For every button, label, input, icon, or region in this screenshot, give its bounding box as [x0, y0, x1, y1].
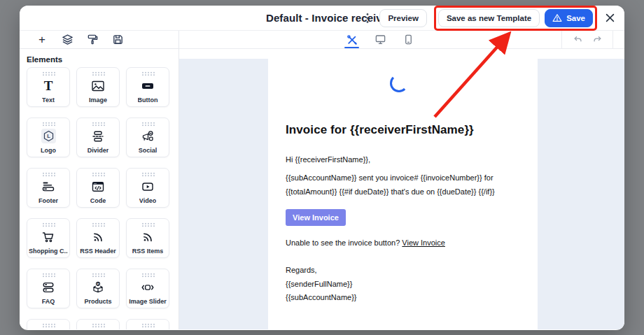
image-slider-icon [141, 279, 155, 295]
sidebar-toolbar: + [20, 31, 178, 49]
svg-text:L: L [47, 133, 50, 139]
history-controls [561, 31, 613, 48]
divider-icon [91, 128, 105, 144]
element-card-video[interactable]: Video [126, 168, 169, 208]
design-tools-icon[interactable] [346, 31, 358, 48]
logo-icon: L [41, 128, 56, 144]
email-subaccount[interactable]: {{subAccountName}} [286, 293, 357, 301]
view-invoice-button[interactable]: View Invoice [286, 209, 346, 226]
element-card-footer[interactable]: Footer [27, 168, 70, 208]
email-sender[interactable]: {{senderFullName}} [286, 280, 352, 288]
drag-handle-icon [42, 323, 55, 328]
email-heading[interactable]: Invoice for {{receiverFirstName}} [286, 123, 474, 137]
warning-triangle-icon [552, 13, 562, 22]
footer-icon [41, 178, 55, 194]
element-card-social[interactable]: Social [126, 117, 169, 157]
video-icon [141, 178, 155, 194]
view-switcher [346, 31, 414, 48]
email-body-text[interactable]: {{subAccountName}} sent you invoice# {{i… [286, 171, 528, 199]
preview-button[interactable]: Preview [379, 9, 426, 27]
element-card-faq[interactable]: FAQ [27, 269, 70, 308]
header-actions: Preview Save as new Template Save [363, 6, 615, 30]
element-card-products[interactable]: $ Products [76, 269, 120, 308]
paint-roller-icon[interactable] [85, 33, 99, 47]
undo-icon[interactable] [571, 34, 582, 45]
drag-handle-icon [92, 323, 105, 328]
drag-handle-icon [141, 71, 155, 76]
save-button[interactable]: Save [545, 9, 593, 27]
element-card-button[interactable]: Button [126, 67, 169, 107]
rss-icon [91, 229, 105, 245]
email-fallback-line[interactable]: Unable to see the invoice button? View I… [286, 238, 445, 247]
element-card-image[interactable]: Image [76, 67, 120, 107]
element-card-code[interactable]: Code [76, 168, 120, 208]
drag-handle-icon [141, 222, 155, 227]
social-icon [141, 128, 155, 144]
element-card-logo[interactable]: L Logo [27, 117, 70, 157]
element-card-image-slider[interactable]: Image Slider [126, 269, 169, 308]
email-preview: Invoice for {{receiverFirstName}} Hi {{r… [268, 59, 538, 329]
canvas-toolbar [179, 31, 624, 49]
mobile-view-icon[interactable] [402, 31, 414, 48]
editor-canvas: Invoice for {{receiverFirstName}} Hi {{r… [179, 31, 624, 329]
close-icon[interactable] [604, 13, 615, 24]
drag-handle-icon [92, 122, 105, 127]
element-card-rss-header[interactable]: RSS Header [76, 218, 120, 258]
add-icon[interactable]: + [35, 33, 49, 47]
desktop-view-icon[interactable] [374, 31, 386, 48]
text-icon: T [44, 78, 53, 94]
drag-handle-icon [42, 71, 55, 76]
kebab-menu-icon[interactable] [363, 12, 372, 24]
drag-handle-icon [141, 172, 155, 177]
drag-handle-icon [141, 273, 155, 278]
layers-icon[interactable] [60, 33, 74, 47]
element-card-shopping-cart[interactable]: Shopping C... [27, 218, 70, 258]
drag-handle-icon [42, 222, 55, 227]
drag-handle-icon [141, 122, 155, 127]
svg-text:$: $ [97, 282, 99, 285]
drag-handle-icon [92, 273, 105, 278]
drag-handle-icon [92, 71, 105, 76]
button-icon [141, 78, 155, 94]
faq-icon [41, 279, 55, 295]
element-card-text[interactable]: T Text [27, 67, 70, 107]
save-disk-icon[interactable] [111, 33, 125, 47]
editor-header: Default - Invoice received Preview Save … [20, 6, 624, 31]
email-greeting[interactable]: Hi {{receiverFirstName}}, [286, 155, 370, 164]
view-invoice-link[interactable]: View Invoice [402, 238, 445, 247]
annotation-highlight-box: Save as new Template Save [434, 6, 597, 31]
loading-spinner-icon [390, 74, 408, 92]
element-card-partial[interactable] [27, 319, 70, 329]
elements-sidebar: + [20, 31, 179, 329]
template-editor-modal: Default - Invoice received Preview Save … [20, 6, 624, 330]
elements-heading: Elements [27, 55, 178, 64]
save-as-new-template-button[interactable]: Save as new Template [438, 9, 540, 27]
shopping-cart-icon [41, 229, 55, 245]
email-regards[interactable]: Regards, [286, 266, 317, 274]
drag-handle-icon [141, 323, 155, 328]
elements-grid: T Text Image [27, 67, 178, 329]
element-card-rss-items[interactable]: RSS Items [126, 218, 169, 258]
canvas-background: Invoice for {{receiverFirstName}} Hi {{r… [179, 59, 624, 329]
drag-handle-icon [92, 222, 105, 227]
drag-handle-icon [42, 273, 55, 278]
element-card-divider[interactable]: Divider [76, 117, 120, 157]
products-icon: $ [91, 279, 105, 295]
drag-handle-icon [92, 172, 105, 177]
rss-icon [141, 229, 155, 245]
element-card-partial[interactable] [126, 319, 169, 329]
code-icon [91, 178, 105, 194]
drag-handle-icon [42, 172, 55, 177]
drag-handle-icon [42, 122, 55, 127]
redo-icon[interactable] [592, 34, 603, 45]
image-icon [91, 78, 105, 94]
element-card-partial[interactable] [76, 319, 120, 329]
